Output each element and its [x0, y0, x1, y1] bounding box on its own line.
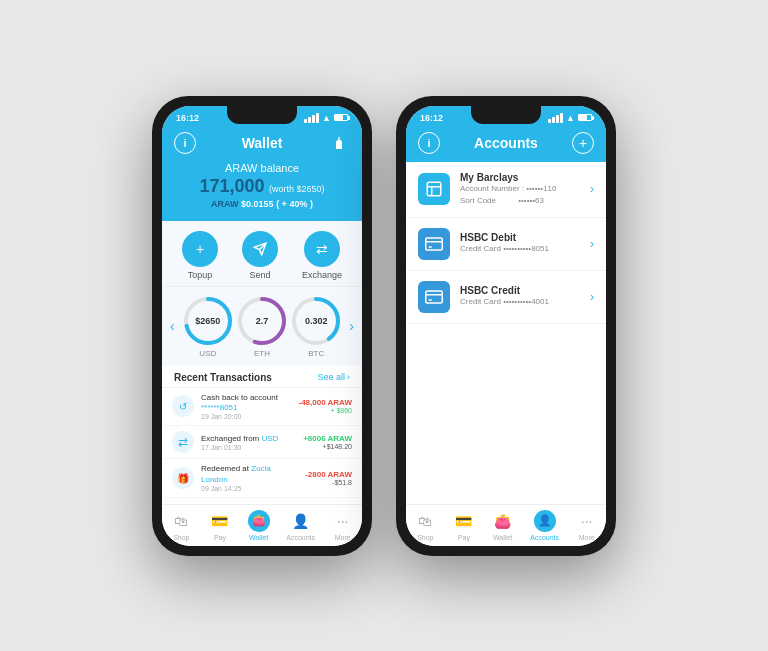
svg-rect-9 — [427, 182, 441, 196]
acc-more-icon: ··· — [576, 510, 598, 532]
acc-nav-pay[interactable]: 💳 Pay — [453, 510, 475, 541]
signal-bar-a3 — [556, 115, 559, 123]
accounts-wifi-icon: ▲ — [566, 113, 575, 123]
tx-icon-1: ↺ — [172, 395, 194, 417]
signal-bar-a1 — [548, 119, 551, 123]
nav-more-label: More — [335, 534, 351, 541]
barclays-info: My Barclays Account Number : ••••••110So… — [460, 172, 580, 207]
balance-value: 171,000 — [199, 176, 264, 196]
next-crypto[interactable]: › — [345, 318, 358, 334]
accounts-icon: 👤 — [290, 510, 312, 532]
topup-icon: + — [182, 231, 218, 267]
transactions-section: Recent Transactions See all › ↺ Cash bac… — [162, 366, 362, 504]
nav-wallet[interactable]: 👛 Wallet — [248, 510, 270, 541]
tx-desc-1: Cash back to account ******8051 — [201, 393, 292, 414]
see-all-button[interactable]: See all › — [317, 372, 350, 382]
usd-gauge: $2650 USD — [182, 295, 234, 358]
araw-rate: ARAW $0.0155 ( + 40% ) — [174, 199, 350, 209]
eth-gauge: 2.7 ETH — [236, 295, 288, 358]
signal-bar-a4 — [560, 113, 563, 123]
battery-fill — [335, 115, 343, 120]
notch-2 — [471, 106, 541, 124]
acc-nav-more[interactable]: ··· More — [576, 510, 598, 541]
tx-desc-2: Exchanged from USD — [201, 434, 296, 444]
chart-button[interactable] — [328, 132, 350, 154]
accounts-info-button[interactable]: i — [418, 132, 440, 154]
acc-nav-wallet[interactable]: 👛 Wallet — [492, 510, 514, 541]
tx-icon-3: 🎁 — [172, 467, 194, 489]
hsbc-credit-detail: Credit Card ••••••••••4001 — [460, 296, 580, 308]
tx-info-3: Redeemed at Zucla London 09 Jan 14:25 — [201, 464, 298, 492]
signal-bar-a2 — [552, 117, 555, 123]
crypto-gauges: $2650 USD 2.7 ETH — [181, 295, 344, 358]
acc-nav-wallet-label: Wallet — [493, 534, 512, 541]
topup-label: Topup — [188, 270, 213, 280]
hsbc-credit-icon — [418, 281, 450, 313]
rate-value: $0.0155 ( + 40% ) — [241, 199, 313, 209]
acc-nav-accounts-label: Accounts — [530, 534, 559, 541]
tx-usd-3: -$51.8 — [305, 479, 352, 486]
nav-wallet-label: Wallet — [249, 534, 268, 541]
balance-label: ARAW balance — [174, 162, 350, 174]
accounts-battery — [578, 114, 592, 121]
tx-info-1: Cash back to account ******8051 19 Jan 2… — [201, 393, 292, 421]
tx-amount-3: -2800 ARAW -$51.8 — [305, 470, 352, 486]
barclays-account[interactable]: My Barclays Account Number : ••••••110So… — [406, 162, 606, 218]
accounts-battery-fill — [579, 115, 587, 120]
hsbc-debit-info: HSBC Debit Credit Card ••••••••••8051 — [460, 232, 580, 255]
acc-nav-shop[interactable]: 🛍 Shop — [414, 510, 436, 541]
info-button[interactable]: i — [174, 132, 196, 154]
send-button[interactable]: Send — [242, 231, 278, 280]
nav-shop[interactable]: 🛍 Shop — [170, 510, 192, 541]
tx-araw-2: +8006 ARAW — [303, 434, 352, 443]
accounts-title: Accounts — [474, 135, 538, 151]
hsbc-credit-info: HSBC Credit Credit Card ••••••••••4001 — [460, 285, 580, 308]
tx-araw-1: -48,000 ARAW — [299, 398, 353, 407]
svg-rect-10 — [426, 238, 443, 250]
wallet-bottom-nav: 🛍 Shop 💳 Pay 👛 Wallet 👤 Accounts ··· — [162, 504, 362, 546]
nav-pay-label: Pay — [214, 534, 226, 541]
tx-usd-2: +$148.20 — [303, 443, 352, 450]
wallet-header: i Wallet — [162, 128, 362, 162]
acc-nav-shop-label: Shop — [417, 534, 433, 541]
hsbc-credit-name: HSBC Credit — [460, 285, 580, 296]
tx-amount-2: +8006 ARAW +$148.20 — [303, 434, 352, 450]
action-buttons: + Topup Send ⇄ Exchange — [162, 221, 362, 287]
signal-bar-3 — [312, 115, 315, 123]
usd-value: $2650 — [195, 316, 220, 326]
wifi-icon: ▲ — [322, 113, 331, 123]
crypto-section: ‹ $2650 USD — [162, 287, 362, 366]
prev-crypto[interactable]: ‹ — [166, 318, 179, 334]
transactions-header: Recent Transactions See all › — [162, 366, 362, 388]
send-icon — [242, 231, 278, 267]
btc-value: 0.302 — [305, 316, 328, 326]
nav-more[interactable]: ··· More — [332, 510, 354, 541]
eth-value: 2.7 — [256, 316, 269, 326]
add-account-button[interactable]: + — [572, 132, 594, 154]
hsbc-credit-account[interactable]: HSBC Credit Credit Card ••••••••••4001 › — [406, 271, 606, 324]
topup-button[interactable]: + Topup — [182, 231, 218, 280]
phones-container: 16:12 ▲ i — [152, 96, 616, 556]
battery-icon — [334, 114, 348, 121]
nav-accounts[interactable]: 👤 Accounts — [286, 510, 315, 541]
exchange-label: Exchange — [302, 270, 342, 280]
barclays-icon — [418, 173, 450, 205]
nav-shop-label: Shop — [173, 534, 189, 541]
transaction-item-1: ↺ Cash back to account ******8051 19 Jan… — [162, 388, 362, 427]
hsbc-debit-account[interactable]: HSBC Debit Credit Card ••••••••••8051 › — [406, 218, 606, 271]
tx-usd-1: + $860 — [299, 407, 353, 414]
accounts-status-icons: ▲ — [548, 113, 592, 123]
shop-icon: 🛍 — [170, 510, 192, 532]
acc-nav-more-label: More — [579, 534, 595, 541]
hsbc-credit-chevron: › — [590, 290, 594, 304]
nav-pay[interactable]: 💳 Pay — [209, 510, 231, 541]
tx-date-1: 19 Jan 20:00 — [201, 413, 292, 420]
hsbc-debit-icon — [418, 228, 450, 260]
transaction-item-3: 🎁 Redeemed at Zucla London 09 Jan 14:25 … — [162, 459, 362, 498]
accounts-header: i Accounts + — [406, 128, 606, 162]
tx-araw-3: -2800 ARAW — [305, 470, 352, 479]
exchange-button[interactable]: ⇄ Exchange — [302, 231, 342, 280]
acc-nav-accounts[interactable]: 👤 Accounts — [530, 510, 559, 541]
tx-desc-3: Redeemed at Zucla London — [201, 464, 298, 485]
wallet-icon: 👛 — [248, 510, 270, 532]
